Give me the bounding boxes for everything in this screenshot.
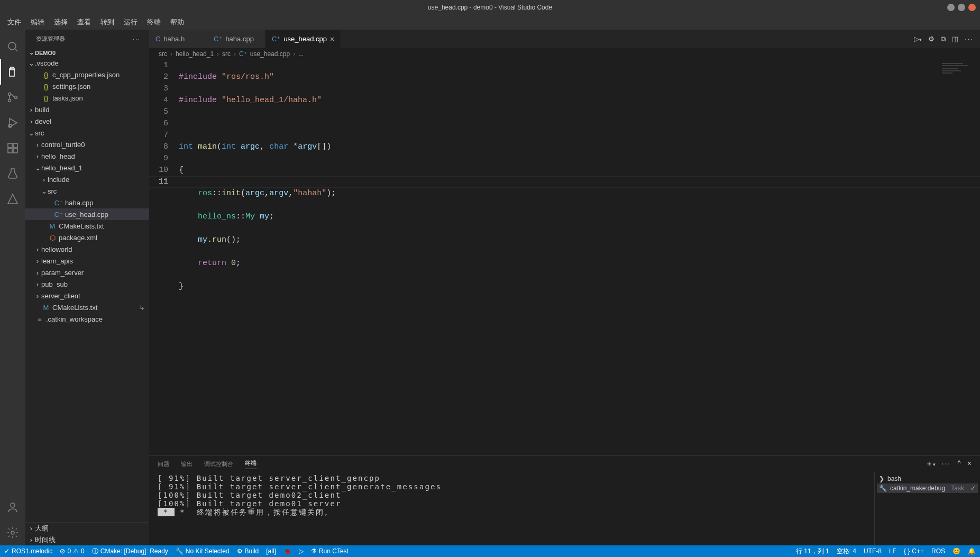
breadcrumb-segment[interactable]: hello_head_1 (176, 50, 214, 58)
split-editor-icon[interactable]: ◫ (952, 35, 958, 43)
chevron-down-icon: ⌄ (28, 49, 35, 56)
activity-settings[interactable] (0, 520, 25, 545)
file-cmakelists-root[interactable]: MCMakeLists.txt↳ (25, 302, 149, 313)
folder-vscode[interactable]: ⌄.vscode (25, 57, 149, 69)
cmake-icon: M (41, 304, 51, 312)
folder-pub-sub[interactable]: ›pub_sub (25, 278, 149, 290)
status-runctest[interactable]: ⚗Run CTest (311, 547, 349, 555)
more-actions-icon[interactable]: ··· (965, 35, 974, 43)
folder-server-client[interactable]: ›server_client (25, 290, 149, 302)
window-close[interactable] (968, 4, 976, 11)
tab-haha-h[interactable]: C haha.h (149, 30, 207, 48)
tab-use-head-cpp[interactable]: C⁺ use_head.cpp × (265, 30, 341, 48)
status-ros-right[interactable]: ROS (931, 547, 945, 556)
terminal-item-catkin[interactable]: 🔧catkin_make:debugTask✓ (877, 483, 978, 493)
terminal-output[interactable]: [ 91%] Built target server_client_gencpp… (149, 472, 874, 545)
window-maximize[interactable] (958, 4, 965, 11)
status-run-icon[interactable]: ▷ (299, 547, 304, 555)
folder-hello-head[interactable]: ›hello_head (25, 150, 149, 162)
status-feedback-icon[interactable]: 😊 (952, 547, 960, 556)
svg-point-0 (8, 42, 16, 50)
menu-terminal[interactable]: 终端 (143, 16, 165, 29)
run-dropdown-icon[interactable]: ▷▾ (914, 35, 922, 43)
file-use-head-cpp[interactable]: C⁺use_head.cpp (25, 208, 149, 220)
panel-tab-terminal[interactable]: 终端 (245, 459, 257, 469)
panel-more-icon[interactable]: ··· (942, 459, 951, 469)
gear-icon[interactable]: ⚙ (928, 35, 935, 43)
folder-helloworld[interactable]: ›helloworld (25, 243, 149, 255)
menu-file[interactable]: 文件 (3, 16, 25, 29)
file-catkin-workspace[interactable]: ≡.catkin_workspace (25, 313, 149, 325)
panel-tab-output[interactable]: 输出 (181, 460, 193, 468)
tab-haha-cpp[interactable]: C⁺ haha.cpp (207, 30, 265, 48)
status-ros[interactable]: ✓ROS1.melodic (4, 547, 52, 555)
status-cmake[interactable]: ⓘCMake: [Debug]: Ready (92, 547, 168, 556)
close-icon[interactable]: × (330, 35, 334, 43)
terminal-item-bash[interactable]: ❯bash (877, 474, 978, 483)
status-errors-warnings[interactable]: ⊘0 ⚠0 (60, 547, 84, 555)
minimap[interactable] (942, 62, 974, 78)
sidebar-timeline[interactable]: ›时间线 (25, 534, 149, 545)
status-encoding[interactable]: UTF-8 (864, 547, 882, 556)
file-package-xml[interactable]: ⬡package.xml (25, 232, 149, 243)
file-c-cpp-properties[interactable]: {}c_cpp_properties.json (25, 69, 149, 80)
menu-view[interactable]: 查看 (73, 16, 95, 29)
activity-explorer[interactable] (0, 59, 25, 85)
status-target[interactable]: [all] (266, 547, 276, 555)
code-editor[interactable]: 123 456 789 1011 #include "ros/ros.h" #i… (149, 60, 980, 455)
folder-src-inner[interactable]: ⌄src (25, 185, 149, 197)
sidebar-more-icon[interactable]: ··· (133, 36, 141, 42)
activity-search[interactable] (0, 34, 25, 59)
status-spaces[interactable]: 空格: 4 (837, 547, 856, 556)
file-cmakelists[interactable]: MCMakeLists.txt (25, 220, 149, 232)
new-terminal-icon[interactable]: ＋▾ (926, 459, 936, 469)
folder-build[interactable]: ›build (25, 104, 149, 115)
folder-include[interactable]: ›include (25, 174, 149, 185)
activity-extensions[interactable] (0, 135, 25, 161)
menu-help[interactable]: 帮助 (166, 16, 188, 29)
status-eol[interactable]: LF (889, 547, 896, 556)
folder-learn-apis[interactable]: ›learn_apis (25, 255, 149, 267)
breadcrumb[interactable]: src› hello_head_1› src› C⁺ use_head.cpp›… (149, 48, 980, 60)
folder-param-server[interactable]: ›param_server (25, 267, 149, 278)
file-tasks-json[interactable]: {}tasks.json (25, 92, 149, 104)
folder-control-turtle0[interactable]: ›control_turtle0 (25, 139, 149, 150)
diff-icon[interactable]: ⧉ (941, 35, 946, 43)
panel-tab-debug-console[interactable]: 调试控制台 (204, 460, 233, 468)
file-tree[interactable]: ⌄.vscode {}c_cpp_properties.json {}setti… (25, 57, 149, 522)
menu-go[interactable]: 转到 (96, 16, 118, 29)
status-build[interactable]: ⚙Build (237, 547, 259, 555)
panel-close-icon[interactable]: × (967, 459, 972, 469)
folder-src[interactable]: ⌄src (25, 127, 149, 139)
menu-edit[interactable]: 编辑 (26, 16, 49, 29)
activity-cmake[interactable] (0, 186, 25, 212)
activity-testing[interactable] (0, 161, 25, 186)
sidebar-outline[interactable]: ›大纲 (25, 522, 149, 534)
folder-devel[interactable]: ›devel (25, 115, 149, 127)
code-content[interactable]: #include "ros/ros.h" #include "hello_hea… (179, 60, 336, 455)
menu-run[interactable]: 运行 (120, 16, 142, 29)
wrench-icon: 🔧 (879, 485, 887, 492)
breadcrumb-segment[interactable]: src (222, 50, 231, 58)
menu-selection[interactable]: 选择 (50, 16, 72, 29)
activity-source-control[interactable] (0, 85, 25, 110)
panel-maximize-icon[interactable]: ^ (957, 459, 961, 469)
status-debug-icon[interactable]: 🐞 (283, 547, 291, 555)
status-nokit[interactable]: 🔧No Kit Selected (176, 547, 230, 555)
status-line-col[interactable]: 行 11，列 1 (796, 547, 829, 556)
file-haha-cpp[interactable]: C⁺haha.cpp (25, 197, 149, 208)
panel-tab-problems[interactable]: 问题 (158, 460, 169, 468)
window-minimize[interactable] (947, 4, 955, 11)
status-bell-icon[interactable]: 🔔 (968, 547, 976, 556)
breadcrumb-segment[interactable]: ... (298, 50, 304, 58)
file-settings-json[interactable]: {}settings.json (25, 80, 149, 92)
activity-account[interactable] (0, 495, 25, 520)
breadcrumb-segment[interactable]: use_head.cpp (250, 50, 290, 58)
status-language[interactable]: { }C++ (904, 547, 924, 556)
chevron-right-icon: › (40, 176, 48, 184)
sidebar-project-header[interactable]: ⌄ DEMO0 (25, 48, 149, 57)
folder-hello-head-1[interactable]: ⌄hello_head_1 (25, 162, 149, 174)
breadcrumb-segment[interactable]: src (159, 50, 167, 58)
sidebar-title: 资源管理器 (36, 35, 65, 43)
activity-run-debug[interactable] (0, 110, 25, 135)
